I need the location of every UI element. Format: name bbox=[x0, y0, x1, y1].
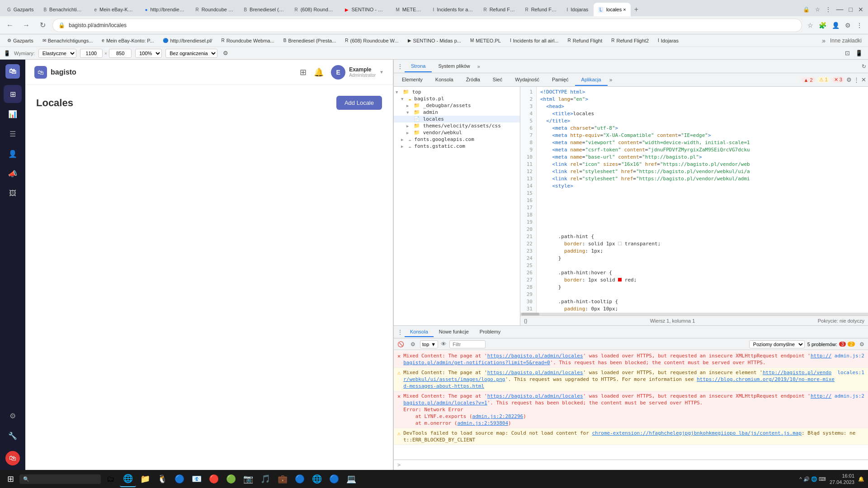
tree-item-locales[interactable]: 📄 locales bbox=[394, 116, 520, 122]
sidebar-item-tools[interactable]: 🔧 bbox=[4, 427, 22, 445]
console-tab-nowe[interactable]: Nowe funkcje bbox=[434, 327, 474, 337]
tabs-more-icon[interactable]: » bbox=[476, 63, 481, 70]
user-badge[interactable]: E Example Administrator ▼ bbox=[331, 65, 384, 80]
console-tab-konsola[interactable]: Konsola bbox=[405, 327, 434, 337]
console-settings-icon[interactable]: ⚙ bbox=[858, 340, 866, 348]
tab-brene-presta[interactable]: B Brenediesel (Presta... bbox=[239, 3, 289, 16]
devtools-settings-icon[interactable]: ⚙ bbox=[846, 76, 852, 83]
msg-link[interactable]: chrome-extension://hfaghchelegjpgjbnkohk… bbox=[592, 430, 802, 436]
address-box[interactable]: 🔒 bagisto.pl/admin/locales bbox=[52, 19, 802, 32]
tab-incidents[interactable]: I Incidents for all airl... bbox=[428, 3, 478, 16]
tree-item-vendor[interactable]: ▶ 📁 vendor/webkul bbox=[394, 129, 520, 136]
tab-konsola[interactable]: Konsola bbox=[429, 74, 460, 86]
more-icon[interactable]: ⋮ bbox=[824, 5, 833, 14]
star-icon[interactable]: ☆ bbox=[813, 5, 822, 14]
message-source[interactable]: admin.js:2 bbox=[835, 352, 864, 359]
back-button[interactable]: ← bbox=[4, 19, 16, 32]
responsive-device-icon[interactable]: 📱 bbox=[4, 50, 10, 56]
msg-link-4[interactable]: admin.js:2:593804 bbox=[457, 420, 508, 426]
tab-aplikacja[interactable]: Aplikacja bbox=[575, 74, 608, 86]
console-tab-problemy[interactable]: Problemy bbox=[474, 327, 506, 337]
bookmark-idojaras[interactable]: I Idojaras bbox=[654, 37, 682, 44]
bookmark-btn[interactable]: ☆ bbox=[806, 20, 815, 31]
bookmark-refund2[interactable]: R Refund Flight2 bbox=[608, 37, 652, 44]
sidebar-bottom-logo[interactable]: 🛍 bbox=[5, 451, 20, 465]
sidebar-item-customers[interactable]: 👤 bbox=[4, 145, 22, 163]
eye-icon[interactable]: 👁 bbox=[441, 341, 447, 347]
tree-item-fonts-gstatic[interactable]: ▶ ☁ fonts.gstatic.com bbox=[394, 143, 520, 150]
width-input[interactable] bbox=[80, 49, 103, 58]
tab-sentino[interactable]: ▶ SENTINO - Midas p... bbox=[340, 3, 390, 16]
extensions-icon[interactable]: 🔒 bbox=[801, 5, 811, 14]
error-badge[interactable]: ▲ 2 bbox=[802, 77, 815, 83]
bookmark-benach[interactable]: ✉ Benachrichtigungs... bbox=[39, 37, 97, 44]
error-badge2[interactable]: ✕ 3 bbox=[832, 77, 844, 83]
tab-system-plikow[interactable]: System plików bbox=[432, 61, 476, 72]
tab-ebay[interactable]: e Mein eBay-Konto: P... bbox=[90, 3, 139, 16]
source-sync-icon[interactable]: ↻ bbox=[862, 63, 866, 70]
bookmark-brendiesel[interactable]: 🔵 http://brendiesel.pl/ bbox=[159, 37, 216, 44]
sidebar-item-catalog[interactable]: ☰ bbox=[4, 125, 22, 143]
console-input[interactable] bbox=[403, 462, 864, 468]
msg-link[interactable]: https://bagisto.pl/admin/locales bbox=[487, 353, 583, 359]
tree-item-themes[interactable]: ▶ 📁 themes/velocity/assets/css bbox=[394, 122, 520, 129]
tab-pamiec[interactable]: Pamięć bbox=[546, 74, 575, 86]
tab-608-roundcube[interactable]: R (608) Roundcube W... bbox=[290, 3, 340, 16]
tab-benach[interactable]: B Benachrichtigungs... bbox=[39, 3, 89, 16]
grid-icon[interactable]: ⊞ bbox=[300, 67, 307, 77]
devtools-more-icon[interactable]: ⋮ bbox=[854, 76, 859, 83]
tab-refund-flight2[interactable]: R Refund Flight2 bbox=[520, 3, 561, 16]
tab-strona[interactable]: Strona bbox=[405, 61, 432, 72]
minimize-btn[interactable]: — bbox=[835, 4, 845, 15]
tab-gazparts[interactable]: G Gazparts bbox=[3, 3, 38, 16]
menu-btn[interactable]: ⋮ bbox=[854, 20, 864, 31]
message-source[interactable]: admin.js:2 bbox=[835, 393, 864, 399]
throttle-select[interactable]: Bez ograniczenia bbox=[165, 49, 217, 58]
bookmark-gazparts[interactable]: ⚙ Gazparts bbox=[4, 37, 37, 44]
device-select[interactable]: Elastyczne bbox=[38, 49, 76, 58]
tree-item-admin[interactable]: ▼ 📁 admin bbox=[394, 109, 520, 116]
sidebar-item-settings[interactable]: ⚙ bbox=[4, 407, 22, 425]
levels-select[interactable]: Poziomy domyślne bbox=[749, 340, 805, 348]
height-input[interactable] bbox=[109, 49, 132, 58]
account-btn[interactable]: 👤 bbox=[830, 20, 841, 31]
tab-brendiesel[interactable]: ● http://brendiesel.pl/ bbox=[140, 3, 190, 16]
bell-icon[interactable]: 🔔 bbox=[314, 67, 324, 77]
forward-button[interactable]: → bbox=[20, 19, 33, 32]
message-source[interactable]: locales:1 bbox=[837, 369, 864, 376]
msg-link[interactable]: https://bagisto.pl/admin/locales bbox=[487, 393, 583, 399]
msg-link-3[interactable]: admin.js:2:282296 bbox=[472, 413, 524, 419]
console-menu-icon[interactable]: ⋮ bbox=[396, 328, 405, 336]
tab-refund-flight[interactable]: R Refund Flight bbox=[479, 3, 519, 16]
tab-roundcube[interactable]: R Roundcube Webma... bbox=[191, 3, 238, 16]
bookmark-brene-presta[interactable]: B Brenediesel (Presta... bbox=[280, 37, 340, 44]
sidebar-item-dashboard[interactable]: ⊞ bbox=[4, 85, 22, 103]
inspect-btn[interactable]: ⊡ bbox=[843, 49, 852, 57]
bookmark-608[interactable]: R (608) Roundcube W... bbox=[341, 37, 402, 44]
new-tab-button[interactable]: + bbox=[632, 5, 641, 14]
sidebar-item-content[interactable]: 🖼 bbox=[4, 184, 22, 202]
tab-wydajnosc[interactable]: Wydajność bbox=[509, 74, 546, 86]
bookmark-sentino[interactable]: ▶ SENTINO - Midas p... bbox=[404, 37, 465, 44]
bookmark-refund[interactable]: R Refund Flight bbox=[564, 37, 606, 44]
tab-elementy[interactable]: Elementy bbox=[396, 74, 429, 86]
close-btn[interactable]: ✕ bbox=[856, 4, 865, 15]
sidebar-item-reports[interactable]: 📊 bbox=[4, 105, 22, 123]
panel-tabs-more-icon[interactable]: » bbox=[608, 76, 614, 84]
add-locale-button[interactable]: Add Locale bbox=[336, 96, 382, 110]
sidebar-item-marketing[interactable]: 📣 bbox=[4, 164, 22, 183]
maximize-btn[interactable]: □ bbox=[847, 4, 854, 15]
responsive-settings-btn[interactable]: ⚙ bbox=[221, 49, 230, 57]
tab-siec[interactable]: Sieć bbox=[486, 74, 509, 86]
bookmarks-manage[interactable]: Inne zakładki bbox=[827, 37, 864, 45]
bookmark-roundcube[interactable]: R Roundcube Webma... bbox=[217, 37, 278, 44]
bookmark-meteo[interactable]: M METEO.PL bbox=[467, 37, 505, 44]
tab-zrodla[interactable]: Źródła bbox=[460, 74, 486, 86]
device-toolbar-btn[interactable]: 📱 bbox=[854, 49, 864, 57]
tree-item-debugbar[interactable]: ▶ 📁 _debugbar/assets bbox=[394, 102, 520, 109]
devtools-menu-icon[interactable]: ⋮ bbox=[396, 62, 405, 70]
warning-badge[interactable]: ⚠ 1 bbox=[817, 77, 830, 83]
console-settings-btn[interactable]: ⚙ bbox=[409, 340, 417, 348]
bookmarks-more[interactable]: » bbox=[822, 37, 826, 44]
tree-item-top[interactable]: ▼ 📁 top bbox=[394, 89, 520, 95]
